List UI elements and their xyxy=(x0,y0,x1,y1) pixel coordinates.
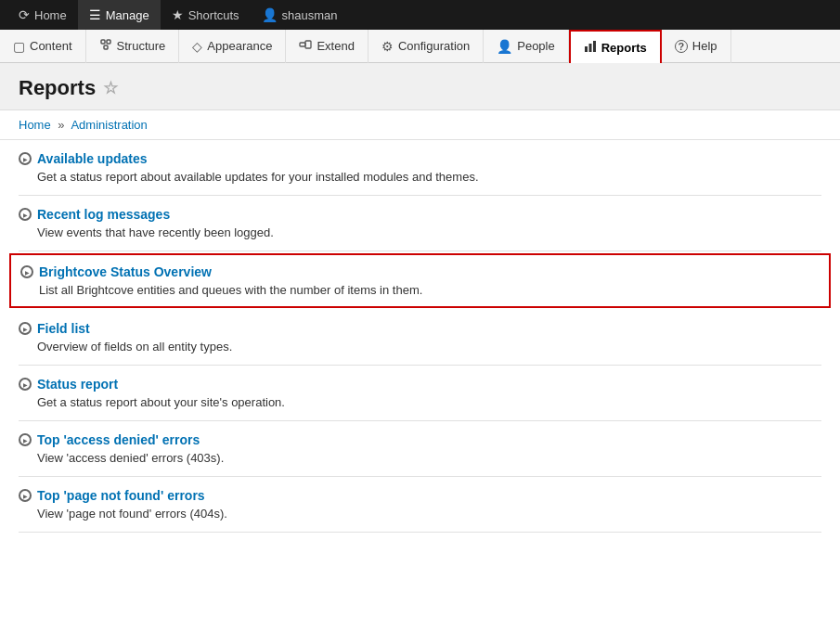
svg-rect-7 xyxy=(593,41,596,52)
report-title-row-brightcove-status-overview: Brightcove Status Overview xyxy=(20,264,820,279)
svg-rect-4 xyxy=(305,41,311,48)
report-link-recent-log-messages[interactable]: Recent log messages xyxy=(37,207,170,222)
nav-content[interactable]: ▢ Content xyxy=(0,30,86,63)
page-title: Reports ☆ xyxy=(19,76,821,100)
nav-configuration[interactable]: ⚙ Configuration xyxy=(368,30,484,63)
help-icon: ? xyxy=(675,40,688,53)
report-title-row-recent-log-messages: Recent log messages xyxy=(19,207,821,222)
manage-nav-item[interactable]: ☰ Manage xyxy=(78,0,161,30)
structure-label: Structure xyxy=(117,39,166,53)
user-label: shausman xyxy=(282,8,338,22)
report-link-status-report[interactable]: Status report xyxy=(37,377,118,392)
breadcrumb: Home » Administration xyxy=(0,110,840,140)
report-title-row-top-access-denied: Top 'access denied' errors xyxy=(19,432,821,447)
arrow-icon-recent-log-messages xyxy=(19,208,32,221)
report-desc-available-updates: Get a status report about available upda… xyxy=(19,170,821,184)
report-desc-field-list: Overview of fields on all entity types. xyxy=(19,340,821,354)
report-desc-top-access-denied: View 'access denied' errors (403s). xyxy=(19,451,821,465)
svg-rect-2 xyxy=(104,45,108,49)
report-item-available-updates: Available updatesGet a status report abo… xyxy=(19,140,821,196)
report-item-brightcove-status-overview: Brightcove Status OverviewList all Brigh… xyxy=(9,253,831,308)
reports-list: Available updatesGet a status report abo… xyxy=(19,140,821,533)
report-desc-brightcove-status-overview: List all Brightcove entities and queues … xyxy=(20,283,820,297)
shortcuts-icon: ★ xyxy=(172,7,184,22)
content-label: Content xyxy=(30,39,72,53)
breadcrumb-home-link[interactable]: Home xyxy=(19,118,51,132)
svg-rect-5 xyxy=(585,46,588,52)
report-title-row-top-page-not-found: Top 'page not found' errors xyxy=(19,488,821,503)
nav-structure[interactable]: Structure xyxy=(86,30,180,63)
people-icon: 👤 xyxy=(497,39,512,54)
extend-label: Extend xyxy=(317,39,354,53)
breadcrumb-admin-link[interactable]: Administration xyxy=(71,118,147,132)
appearance-icon: ◇ xyxy=(192,39,202,54)
home-label: Home xyxy=(34,8,67,22)
report-desc-top-page-not-found: View 'page not found' errors (404s). xyxy=(19,507,821,521)
report-item-top-access-denied: Top 'access denied' errorsView 'access d… xyxy=(19,421,821,477)
report-item-field-list: Field listOverview of fields on all enti… xyxy=(19,310,821,366)
report-desc-recent-log-messages: View events that have recently been logg… xyxy=(19,225,821,239)
arrow-icon-status-report xyxy=(19,378,32,391)
main-content: Available updatesGet a status report abo… xyxy=(0,140,840,533)
content-icon: ▢ xyxy=(13,39,25,54)
report-desc-status-report: Get a status report about your site's op… xyxy=(19,395,821,409)
appearance-label: Appearance xyxy=(207,39,272,53)
manage-label: Manage xyxy=(106,8,149,22)
reports-label: Reports xyxy=(601,41,647,55)
shortcuts-label: Shortcuts xyxy=(188,8,239,22)
arrow-icon-top-page-not-found xyxy=(19,489,32,502)
nav-help[interactable]: ? Help xyxy=(662,30,731,63)
nav-bar: ▢ Content Structure ◇ Appearance Extend … xyxy=(0,30,840,63)
report-item-status-report: Status reportGet a status report about y… xyxy=(19,366,821,421)
report-link-top-access-denied[interactable]: Top 'access denied' errors xyxy=(37,432,200,447)
report-link-top-page-not-found[interactable]: Top 'page not found' errors xyxy=(37,488,205,503)
top-bar: ⟳ Home ☰ Manage ★ Shortcuts 👤 shausman xyxy=(0,0,840,30)
structure-icon xyxy=(99,38,112,54)
favorite-star-icon[interactable]: ☆ xyxy=(103,78,118,98)
user-icon: 👤 xyxy=(262,7,278,22)
report-link-brightcove-status-overview[interactable]: Brightcove Status Overview xyxy=(39,264,212,279)
shortcuts-nav-item[interactable]: ★ Shortcuts xyxy=(161,0,251,30)
report-title-row-field-list: Field list xyxy=(19,321,821,336)
svg-rect-0 xyxy=(101,40,105,44)
nav-reports[interactable]: Reports xyxy=(569,30,662,63)
reports-icon xyxy=(584,40,597,56)
report-title-row-available-updates: Available updates xyxy=(19,151,821,166)
report-title-row-status-report: Status report xyxy=(19,377,821,392)
help-label: Help xyxy=(692,39,717,53)
manage-icon: ☰ xyxy=(89,7,101,22)
arrow-icon-top-access-denied xyxy=(19,433,32,446)
svg-rect-1 xyxy=(107,40,110,44)
report-link-available-updates[interactable]: Available updates xyxy=(37,151,148,166)
report-item-recent-log-messages: Recent log messagesView events that have… xyxy=(19,196,821,251)
extend-icon xyxy=(299,38,312,54)
page-header: Reports ☆ xyxy=(0,63,840,110)
report-link-field-list[interactable]: Field list xyxy=(37,321,90,336)
nav-people[interactable]: 👤 People xyxy=(484,30,568,63)
breadcrumb-separator: » xyxy=(58,118,64,132)
arrow-icon-available-updates xyxy=(19,152,32,165)
nav-extend[interactable]: Extend xyxy=(286,30,368,63)
page-title-text: Reports xyxy=(19,76,96,100)
configuration-icon: ⚙ xyxy=(381,39,394,54)
arrow-icon-brightcove-status-overview xyxy=(20,265,33,278)
user-nav-item[interactable]: 👤 shausman xyxy=(251,0,349,30)
home-icon: ⟳ xyxy=(19,7,30,22)
svg-rect-3 xyxy=(300,43,305,46)
arrow-icon-field-list xyxy=(19,322,32,335)
configuration-label: Configuration xyxy=(398,39,470,53)
svg-rect-6 xyxy=(588,44,591,52)
report-item-top-page-not-found: Top 'page not found' errorsView 'page no… xyxy=(19,477,821,533)
people-label: People xyxy=(517,39,554,53)
nav-appearance[interactable]: ◇ Appearance xyxy=(179,30,286,63)
home-nav-item[interactable]: ⟳ Home xyxy=(7,0,78,30)
